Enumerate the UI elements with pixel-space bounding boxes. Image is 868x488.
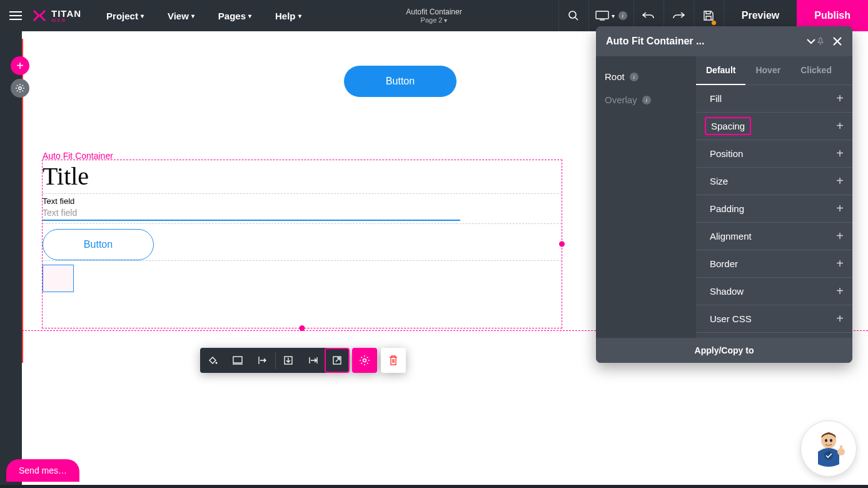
auto-fit-container[interactable]: Title Text field Button [42,160,562,328]
document-title: Autofit Container [406,8,462,16]
mascot-icon [807,427,850,470]
title-element[interactable]: Title [43,160,562,194]
page-title-center[interactable]: Autofit Container Page 2▾ [406,8,462,24]
chevron-down-icon: ▾ [248,13,251,19]
open-tool-button[interactable] [325,348,350,373]
plus-icon: + [836,201,844,216]
search-button[interactable] [558,0,588,31]
main-menu: Project▾ View▾ Pages▾ Help▾ [106,11,301,21]
menu-pages[interactable]: Pages▾ [218,11,251,21]
add-element-button[interactable]: + [11,56,29,75]
properties-panel: Auto Fit Container ... Rooti Overlayi De… [596,26,852,363]
undo-icon [642,11,655,21]
svg-point-18 [830,439,832,442]
section-size[interactable]: Size+ [696,168,852,195]
menu-view[interactable]: View▾ [168,11,194,21]
section-border[interactable]: Border+ [696,250,852,278]
section-label: Fill [705,91,727,106]
properties-header[interactable]: Auto Fit Container ... [596,26,852,56]
menu-help[interactable]: Help▾ [275,11,301,21]
align-left-tool-button[interactable] [250,348,275,373]
section-padding[interactable]: Padding+ [696,195,852,223]
gear-icon [15,83,25,93]
external-link-icon [332,355,342,365]
plus-icon: + [836,146,844,161]
chevron-down-icon: ▾ [141,13,144,19]
plus-icon: + [836,229,844,243]
svg-point-0 [569,11,576,18]
settings-tool-button[interactable] [352,348,377,373]
svg-point-17 [825,439,827,442]
chevron-down-icon [806,38,816,44]
width-tool-button[interactable] [301,348,326,373]
desktop-icon [595,11,609,21]
chevron-down-icon: ▾ [612,13,615,19]
tab-clicked[interactable]: Clicked [790,56,842,84]
svg-point-4 [19,87,21,89]
apply-copy-button[interactable]: Apply/Copy to [596,338,852,363]
align-left-icon [258,355,268,365]
info-badge-icon: i [618,11,627,20]
section-label: User CSS [705,311,757,327]
section-alignment[interactable]: Alignment+ [696,223,852,250]
trash-icon [388,355,398,366]
section-label: Shadow [705,283,749,299]
title-text: Title [43,161,562,191]
menu-project[interactable]: Project▾ [106,11,144,21]
tab-default[interactable]: Default [696,56,745,85]
svg-point-15 [824,451,833,460]
section-label: Padding [705,201,749,216]
delete-tool-button[interactable] [381,348,406,373]
fill-tool-button[interactable] [200,348,225,373]
redo-icon [672,11,685,21]
svg-rect-6 [233,357,242,363]
brand-name: TITAN [51,9,81,18]
hamburger-menu[interactable] [0,11,31,20]
state-tabs: Default Hover Clicked [696,56,852,85]
tree-item-root[interactable]: Rooti [596,65,696,88]
properties-tree: Rooti Overlayi [596,56,696,338]
brand-logo[interactable]: TITAN WEB [31,8,81,24]
section-user-css[interactable]: User CSS+ [696,305,852,333]
text-field-label: Text field [43,194,562,206]
plus-icon: + [836,119,844,133]
height-tool-button[interactable] [276,348,301,373]
selection-toolbar [200,348,406,373]
text-field-input[interactable] [43,206,460,221]
section-position[interactable]: Position+ [696,140,852,168]
unsaved-dot-icon [712,21,716,25]
resize-handle-right[interactable] [559,241,565,247]
section-fill[interactable]: Fill+ [696,85,852,113]
save-icon [703,10,714,21]
section-spacing[interactable]: Spacing+ [696,113,852,140]
section-label: Spacing [705,117,751,135]
tree-item-overlay[interactable]: Overlayi [596,88,696,111]
frame-tool-button[interactable] [225,348,250,373]
tab-hover[interactable]: Hover [745,56,790,84]
plus-icon: + [836,257,844,271]
pin-icon [816,37,825,46]
settings-fab-button[interactable] [11,79,29,98]
section-shadow[interactable]: Shadow+ [696,278,852,305]
svg-rect-2 [596,11,608,19]
pin-button[interactable] [816,37,825,46]
plus-icon: + [836,284,844,298]
panel-collapse-button[interactable] [806,38,816,44]
canvas-button-outline[interactable]: Button [43,229,154,260]
canvas-button-primary[interactable]: Button [344,66,457,97]
page-name: Page 2 [421,16,443,24]
arrow-down-box-icon [283,355,293,365]
section-label: Border [705,256,743,272]
image-placeholder[interactable] [43,265,74,292]
text-field-element[interactable]: Text field [43,194,562,224]
section-label: Alignment [705,228,757,244]
svg-point-5 [216,362,218,364]
left-rail [0,31,22,485]
frame-icon [232,355,243,365]
chevron-down-icon: ▾ [191,13,194,19]
plus-icon: + [836,312,844,326]
chat-button[interactable]: Send mes… [6,459,79,482]
close-button[interactable] [832,36,842,46]
resize-handle-bottom[interactable] [300,325,305,331]
help-mascot-button[interactable] [800,420,857,477]
